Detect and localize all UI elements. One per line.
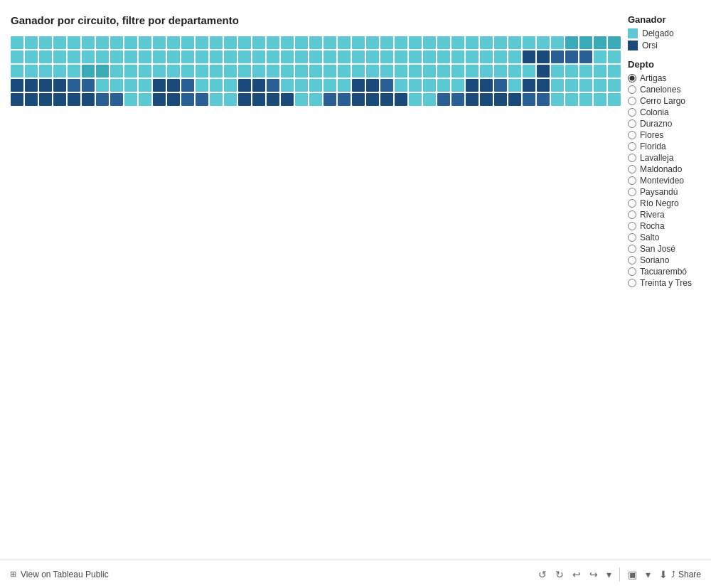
radio-tacuarembó[interactable] xyxy=(628,267,636,276)
waffle-cell[interactable] xyxy=(53,65,66,77)
waffle-cell[interactable] xyxy=(167,65,180,77)
radio-lavalleja[interactable] xyxy=(628,154,636,162)
device-button[interactable]: ▣ xyxy=(624,566,641,583)
waffle-cell[interactable] xyxy=(395,79,407,92)
waffle-cell[interactable] xyxy=(295,79,308,92)
waffle-cell[interactable] xyxy=(395,65,407,77)
radio-item-rocha[interactable]: Rocha xyxy=(628,221,711,231)
radio-item-montevideo[interactable]: Montevideo xyxy=(628,176,711,186)
waffle-cell[interactable] xyxy=(53,36,66,49)
radio-item-canelones[interactable]: Canelones xyxy=(628,85,711,95)
waffle-cell[interactable] xyxy=(11,93,23,106)
waffle-cell[interactable] xyxy=(281,36,294,49)
waffle-cell[interactable] xyxy=(281,65,294,77)
waffle-cell[interactable] xyxy=(252,93,265,106)
radio-flores[interactable] xyxy=(628,131,636,139)
radio-rivera[interactable] xyxy=(628,210,636,219)
waffle-cell[interactable] xyxy=(181,36,194,49)
radio-salto[interactable] xyxy=(628,233,636,242)
waffle-cell[interactable] xyxy=(39,36,52,49)
waffle-cell[interactable] xyxy=(508,36,521,49)
waffle-cell[interactable] xyxy=(551,50,564,63)
waffle-cell[interactable] xyxy=(537,65,550,77)
waffle-cell[interactable] xyxy=(352,65,365,77)
waffle-cell[interactable] xyxy=(451,93,464,106)
waffle-cell[interactable] xyxy=(480,93,493,106)
radio-soriano[interactable] xyxy=(628,256,636,264)
waffle-cell[interactable] xyxy=(594,79,606,92)
waffle-cell[interactable] xyxy=(82,79,95,92)
waffle-cell[interactable] xyxy=(579,50,592,63)
waffle-cell[interactable] xyxy=(466,50,479,63)
waffle-cell[interactable] xyxy=(579,65,592,77)
waffle-cell[interactable] xyxy=(309,65,322,77)
waffle-cell[interactable] xyxy=(68,93,80,106)
waffle-cell[interactable] xyxy=(196,79,208,92)
waffle-cell[interactable] xyxy=(608,36,621,49)
waffle-cell[interactable] xyxy=(451,79,464,92)
waffle-cell[interactable] xyxy=(395,50,407,63)
forward-dropdown-button[interactable]: ▾ xyxy=(603,566,615,583)
radio-río-negro[interactable] xyxy=(628,199,636,208)
waffle-cell[interactable] xyxy=(82,65,95,77)
radio-rocha[interactable] xyxy=(628,222,636,230)
waffle-cell[interactable] xyxy=(53,79,66,92)
waffle-cell[interactable] xyxy=(352,36,365,49)
waffle-cell[interactable] xyxy=(366,36,379,49)
waffle-cell[interactable] xyxy=(267,36,279,49)
waffle-cell[interactable] xyxy=(181,65,194,77)
waffle-cell[interactable] xyxy=(110,65,123,77)
waffle-cell[interactable] xyxy=(238,36,251,49)
waffle-cell[interactable] xyxy=(508,79,521,92)
waffle-cell[interactable] xyxy=(579,93,592,106)
waffle-cell[interactable] xyxy=(295,50,308,63)
waffle-cell[interactable] xyxy=(537,36,550,49)
waffle-cell[interactable] xyxy=(153,93,166,106)
waffle-cell[interactable] xyxy=(352,93,365,106)
radio-florida[interactable] xyxy=(628,142,636,151)
waffle-cell[interactable] xyxy=(324,65,336,77)
waffle-cell[interactable] xyxy=(124,65,137,77)
radio-item-artigas[interactable]: Artigas xyxy=(628,73,711,83)
waffle-cell[interactable] xyxy=(565,36,578,49)
waffle-cell[interactable] xyxy=(537,79,550,92)
waffle-cell[interactable] xyxy=(96,50,109,63)
waffle-cell[interactable] xyxy=(224,93,237,106)
waffle-cell[interactable] xyxy=(537,50,550,63)
waffle-cell[interactable] xyxy=(437,93,450,106)
waffle-cell[interactable] xyxy=(96,36,109,49)
waffle-cell[interactable] xyxy=(437,50,450,63)
waffle-cell[interactable] xyxy=(551,65,564,77)
radio-item-durazno[interactable]: Durazno xyxy=(628,119,711,129)
waffle-cell[interactable] xyxy=(68,65,80,77)
waffle-cell[interactable] xyxy=(238,79,251,92)
waffle-cell[interactable] xyxy=(466,79,479,92)
waffle-cell[interactable] xyxy=(252,36,265,49)
waffle-cell[interactable] xyxy=(224,36,237,49)
waffle-cell[interactable] xyxy=(423,79,436,92)
waffle-cell[interactable] xyxy=(608,93,621,106)
waffle-cell[interactable] xyxy=(494,93,507,106)
waffle-cell[interactable] xyxy=(480,65,493,77)
waffle-cell[interactable] xyxy=(409,50,422,63)
waffle-cell[interactable] xyxy=(25,50,38,63)
waffle-cell[interactable] xyxy=(210,36,223,49)
waffle-cell[interactable] xyxy=(110,50,123,63)
waffle-cell[interactable] xyxy=(139,79,151,92)
waffle-cell[interactable] xyxy=(338,65,351,77)
waffle-cell[interactable] xyxy=(309,79,322,92)
radio-paysandú[interactable] xyxy=(628,188,636,196)
radio-item-flores[interactable]: Flores xyxy=(628,130,711,140)
waffle-cell[interactable] xyxy=(281,93,294,106)
radio-item-tacuarembó[interactable]: Tacuarembó xyxy=(628,267,711,277)
waffle-cell[interactable] xyxy=(352,50,365,63)
waffle-cell[interactable] xyxy=(380,79,393,92)
radio-colonia[interactable] xyxy=(628,108,636,117)
waffle-cell[interactable] xyxy=(480,50,493,63)
waffle-cell[interactable] xyxy=(423,50,436,63)
waffle-cell[interactable] xyxy=(494,79,507,92)
waffle-cell[interactable] xyxy=(153,79,166,92)
waffle-cell[interactable] xyxy=(324,93,336,106)
waffle-cell[interactable] xyxy=(565,79,578,92)
waffle-cell[interactable] xyxy=(523,65,535,77)
